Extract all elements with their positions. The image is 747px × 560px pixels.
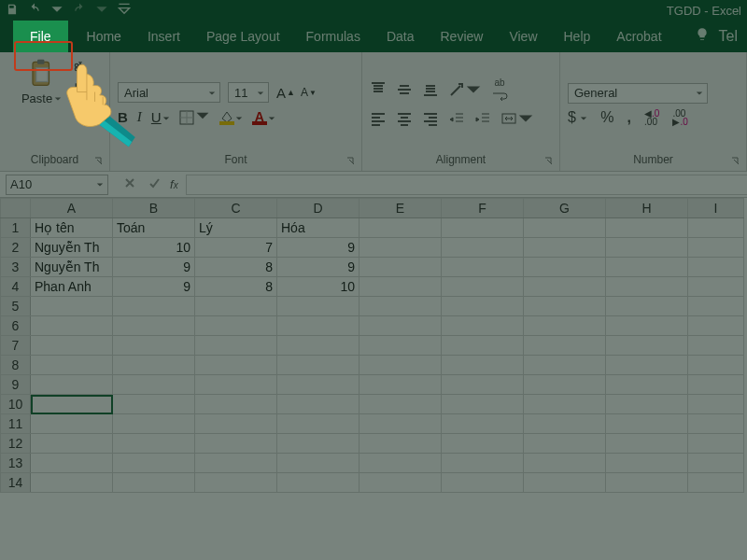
cell[interactable]: 10 <box>277 277 359 297</box>
cell[interactable] <box>195 375 277 395</box>
cell[interactable] <box>688 218 744 238</box>
cell[interactable] <box>688 375 744 395</box>
col-header[interactable]: E <box>359 199 442 218</box>
cell[interactable] <box>442 434 524 454</box>
cell[interactable] <box>688 277 744 297</box>
cell[interactable] <box>524 356 606 375</box>
cut-icon[interactable] <box>73 58 88 77</box>
cell[interactable] <box>277 297 359 316</box>
cell[interactable] <box>277 395 359 414</box>
spreadsheet-grid[interactable]: ABCDEFGHI1Họ tênToánLýHóa2Nguyễn Th10793… <box>0 198 747 560</box>
row-header[interactable]: 14 <box>1 473 31 493</box>
col-header[interactable]: G <box>524 199 606 218</box>
row-header[interactable]: 9 <box>1 375 31 395</box>
bold-button[interactable]: B <box>118 109 128 125</box>
cell[interactable] <box>277 356 359 375</box>
cell[interactable] <box>688 238 744 258</box>
wrap-text-icon[interactable]: ab <box>491 77 508 105</box>
cell[interactable] <box>359 316 442 336</box>
increase-font-icon[interactable]: A▲ <box>276 85 295 101</box>
align-top-icon[interactable] <box>370 81 387 102</box>
cell[interactable] <box>606 238 688 258</box>
cell[interactable] <box>524 218 606 238</box>
cell[interactable] <box>195 454 277 473</box>
cell[interactable] <box>688 395 744 414</box>
qat-customize-icon[interactable] <box>118 3 131 19</box>
cell[interactable] <box>195 297 277 316</box>
cell[interactable] <box>195 473 277 493</box>
cell[interactable] <box>277 375 359 395</box>
cell[interactable]: Hóa <box>277 218 359 238</box>
cell[interactable] <box>524 258 606 277</box>
cell[interactable] <box>442 473 524 493</box>
cell[interactable] <box>606 218 688 238</box>
cell[interactable] <box>524 297 606 316</box>
cell[interactable] <box>606 336 688 356</box>
cell[interactable] <box>31 473 113 493</box>
tab-page-layout[interactable]: Page Layout <box>193 21 293 52</box>
underline-button[interactable]: U <box>151 109 170 125</box>
col-header[interactable]: F <box>442 199 524 218</box>
col-header[interactable]: I <box>688 199 744 218</box>
cell[interactable] <box>606 375 688 395</box>
redo-caret-icon[interactable] <box>95 3 108 19</box>
cell[interactable]: Họ tên <box>31 218 113 238</box>
cell[interactable]: 8 <box>195 258 277 277</box>
cell[interactable] <box>524 277 606 297</box>
cell[interactable] <box>113 375 195 395</box>
cell[interactable] <box>688 434 744 454</box>
decrease-indent-icon[interactable] <box>448 110 465 131</box>
col-header[interactable]: B <box>113 199 195 218</box>
cell[interactable] <box>442 316 524 336</box>
cell[interactable] <box>113 316 195 336</box>
cell[interactable] <box>524 434 606 454</box>
cell[interactable]: Nguyễn Th <box>31 258 113 277</box>
row-header[interactable]: 12 <box>1 434 31 454</box>
cell[interactable] <box>31 336 113 356</box>
number-launcher-icon[interactable] <box>731 156 742 167</box>
name-box[interactable]: A10 <box>6 175 108 195</box>
cell[interactable] <box>359 277 442 297</box>
cell[interactable] <box>442 258 524 277</box>
cell[interactable] <box>195 336 277 356</box>
undo-caret-icon[interactable] <box>50 3 63 19</box>
align-right-icon[interactable] <box>422 110 439 131</box>
decrease-decimal-button[interactable]: .00 ▶.0 <box>672 109 687 126</box>
increase-decimal-button[interactable]: ◀.0 .00 <box>644 109 659 126</box>
cell[interactable] <box>524 336 606 356</box>
cell[interactable] <box>442 238 524 258</box>
cell[interactable] <box>31 454 113 473</box>
tab-review[interactable]: Review <box>428 21 497 52</box>
cell[interactable] <box>113 395 195 414</box>
italic-button[interactable]: I <box>137 109 142 125</box>
cell[interactable] <box>442 375 524 395</box>
cell[interactable] <box>359 336 442 356</box>
cell[interactable] <box>442 297 524 316</box>
cell[interactable] <box>113 454 195 473</box>
cell[interactable] <box>195 414 277 434</box>
row-header[interactable]: 11 <box>1 414 31 434</box>
row-header[interactable]: 3 <box>1 258 31 277</box>
cell[interactable] <box>113 473 195 493</box>
row-header[interactable]: 2 <box>1 238 31 258</box>
col-header[interactable]: A <box>31 199 113 218</box>
cell[interactable] <box>688 297 744 316</box>
cell[interactable] <box>359 375 442 395</box>
cell[interactable] <box>113 434 195 454</box>
row-header[interactable]: 8 <box>1 356 31 375</box>
cell[interactable] <box>359 297 442 316</box>
cell[interactable]: Toán <box>113 218 195 238</box>
cell[interactable]: Nguyễn Th <box>31 238 113 258</box>
cell[interactable] <box>688 336 744 356</box>
cell[interactable] <box>277 454 359 473</box>
tab-home[interactable]: Home <box>74 21 134 52</box>
cell[interactable] <box>606 454 688 473</box>
row-header[interactable]: 4 <box>1 277 31 297</box>
cell[interactable] <box>359 258 442 277</box>
cell[interactable] <box>688 454 744 473</box>
cell[interactable] <box>606 258 688 277</box>
fx-icon[interactable]: fx <box>170 177 186 191</box>
cell[interactable] <box>195 356 277 375</box>
save-icon[interactable] <box>6 3 19 19</box>
align-bottom-icon[interactable] <box>422 81 439 102</box>
